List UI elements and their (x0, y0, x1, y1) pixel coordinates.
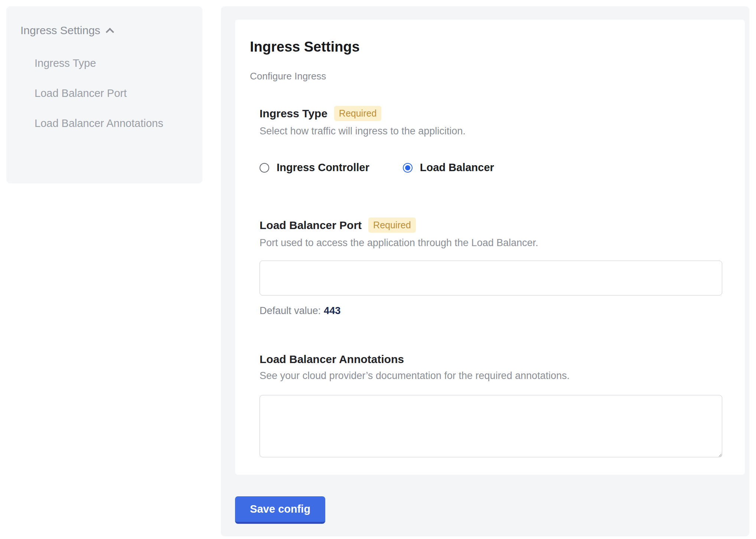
sidebar-item-load-balancer-annotations[interactable]: Load Balancer Annotations (35, 113, 168, 134)
sidebar-section-ingress-settings[interactable]: Ingress Settings (20, 24, 188, 37)
lb-port-default-row: Default value:443 (260, 305, 730, 317)
sidebar-item-ingress-type[interactable]: Ingress Type (35, 53, 168, 74)
lb-port-label: Load Balancer Port (260, 219, 362, 232)
save-config-button[interactable]: Save config (235, 496, 325, 524)
lb-port-heading-row: Load Balancer Port Required (260, 218, 730, 233)
ingress-type-description: Select how traffic will ingress to the a… (260, 125, 730, 137)
lb-port-description: Port used to access the application thro… (260, 237, 730, 249)
ingress-type-radio-group: Ingress Controller Load Balancer (260, 161, 730, 174)
ingress-settings-card: Ingress Settings Configure Ingress Ingre… (235, 20, 745, 475)
ingress-type-label: Ingress Type (260, 107, 328, 120)
default-value: 443 (324, 305, 340, 316)
radio-option-load-balancer[interactable]: Load Balancer (403, 161, 494, 174)
lb-port-input[interactable] (260, 261, 722, 295)
radio-label: Load Balancer (420, 161, 494, 174)
sidebar-section-label: Ingress Settings (20, 24, 100, 37)
sidebar-item-load-balancer-port[interactable]: Load Balancer Port (35, 83, 168, 104)
sidebar-items: Ingress Type Load Balancer Port Load Bal… (20, 53, 188, 134)
section-load-balancer-annotations: Load Balancer Annotations See your cloud… (260, 353, 730, 457)
main-panel: Ingress Settings Configure Ingress Ingre… (221, 6, 749, 536)
section-ingress-type: Ingress Type Required Select how traffic… (260, 106, 730, 174)
radio-icon[interactable] (403, 163, 413, 173)
required-badge: Required (368, 218, 416, 233)
lb-annotations-description: See your cloud provider’s documentation … (260, 370, 730, 382)
section-load-balancer-port: Load Balancer Port Required Port used to… (260, 218, 730, 317)
chevron-up-icon (106, 28, 114, 36)
lb-annotations-label: Load Balancer Annotations (260, 353, 404, 366)
required-badge: Required (334, 106, 381, 121)
lb-annotations-heading-row: Load Balancer Annotations (260, 353, 730, 366)
lb-annotations-textarea[interactable] (260, 395, 722, 457)
ingress-type-heading-row: Ingress Type Required (260, 106, 730, 121)
radio-label: Ingress Controller (277, 161, 369, 174)
page-subtitle: Configure Ingress (250, 71, 730, 82)
settings-sidebar: Ingress Settings Ingress Type Load Balan… (6, 6, 202, 183)
form-sections: Ingress Type Required Select how traffic… (250, 106, 730, 457)
radio-option-ingress-controller[interactable]: Ingress Controller (260, 161, 369, 174)
default-value-label: Default value: (260, 305, 321, 316)
page-title: Ingress Settings (250, 39, 730, 55)
radio-icon[interactable] (260, 163, 269, 173)
